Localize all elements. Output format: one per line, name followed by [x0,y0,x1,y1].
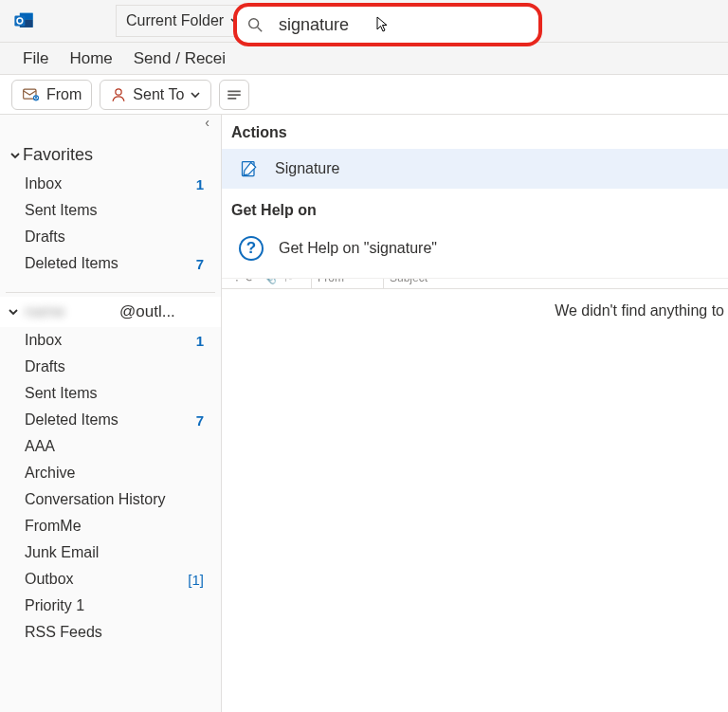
folder-fromme[interactable]: FromMe [0,513,221,539]
folder-drafts[interactable]: Drafts [0,354,221,380]
filter-from-label: From [46,86,82,103]
folder-conversation-history[interactable]: Conversation History [0,486,221,513]
folder-archive[interactable]: Archive [0,460,221,486]
folder-sent-items[interactable]: Sent Items [0,380,221,407]
filter-from-button[interactable]: From [11,80,92,110]
svg-rect-3 [14,16,25,27]
svg-line-6 [258,27,263,32]
chevron-down-icon [190,89,201,100]
suggestion-action-signature[interactable]: Signature [222,149,728,189]
no-results-message: We didn't find anything to [222,289,728,319]
svg-point-9 [35,96,37,98]
suggestion-help-signature[interactable]: ? Get Help on "signature" [222,227,728,278]
search-command-bar: From Sent To [0,75,728,115]
suggestions-actions-heading: Actions [222,124,728,149]
ribbon-tabs: File Home Send / Recei [0,43,728,75]
svg-rect-12 [228,94,242,96]
account-domain: @outl... [119,302,175,321]
search-icon [246,16,264,33]
folder-sent-items[interactable]: Sent Items [0,197,221,224]
content-area: Actions Signature Get Help on ? Get Help… [222,115,728,712]
folder-priority-1[interactable]: Priority 1 [0,593,221,619]
svg-rect-11 [228,90,242,92]
svg-point-5 [249,19,259,28]
filter-sent-to-label: Sent To [133,86,184,103]
search-scope-label: Current Folder [126,12,224,29]
account-header[interactable]: name @outl... [0,297,221,327]
outlook-logo [13,10,34,31]
folder-inbox[interactable]: Inbox1 [0,171,221,197]
folder-rss-feeds[interactable]: RSS Feeds [0,619,221,646]
envelope-person-icon [22,85,41,104]
mouse-cursor [376,16,390,29]
filter-category-button[interactable] [219,80,249,110]
folder-deleted-items[interactable]: Deleted Items7 [0,250,221,277]
svg-point-10 [116,88,121,94]
collapse-pane-button[interactable]: ‹ [0,115,221,143]
search-suggestions: Actions Signature Get Help on ? Get Help… [222,124,728,279]
folder-drafts[interactable]: Drafts [0,224,221,250]
favorites-label: Favorites [23,145,93,165]
title-bar: Current Folder [0,0,728,43]
person-icon [110,86,127,103]
tab-home[interactable]: Home [69,49,112,68]
folder-outbox[interactable]: Outbox[1] [0,566,221,593]
suggestion-help-label: Get Help on "signature" [279,240,437,257]
svg-rect-13 [228,98,237,100]
folder-deleted-items[interactable]: Deleted Items7 [0,407,221,433]
favorites-list: Inbox1 Sent Items Drafts Deleted Items7 [0,171,221,288]
signature-icon [239,158,260,179]
chevron-down-icon [9,150,21,161]
account-email-hidden: name [25,302,119,321]
filter-sent-to-button[interactable]: Sent To [100,80,211,110]
folder-aaa[interactable]: AAA [0,433,221,460]
chevron-down-icon [8,306,19,318]
folder-junk-email[interactable]: Junk Email [0,539,221,566]
folder-pane: ‹ Favorites Inbox1 Sent Items Drafts Del… [0,115,222,712]
help-icon: ? [239,236,264,261]
tab-file[interactable]: File [23,49,48,68]
account-folder-list: Inbox1 Drafts Sent Items Deleted Items7 … [0,327,221,657]
suggestion-action-label: Signature [275,160,340,177]
folder-inbox[interactable]: Inbox1 [0,327,221,354]
category-icon [226,86,243,103]
favorites-header[interactable]: Favorites [0,143,221,171]
tab-sendreceive[interactable]: Send / Recei [134,49,226,68]
suggestions-help-heading: Get Help on [222,189,728,227]
search-scope-dropdown[interactable]: Current Folder [116,5,251,37]
divider [6,292,215,293]
search-input[interactable] [277,14,529,36]
